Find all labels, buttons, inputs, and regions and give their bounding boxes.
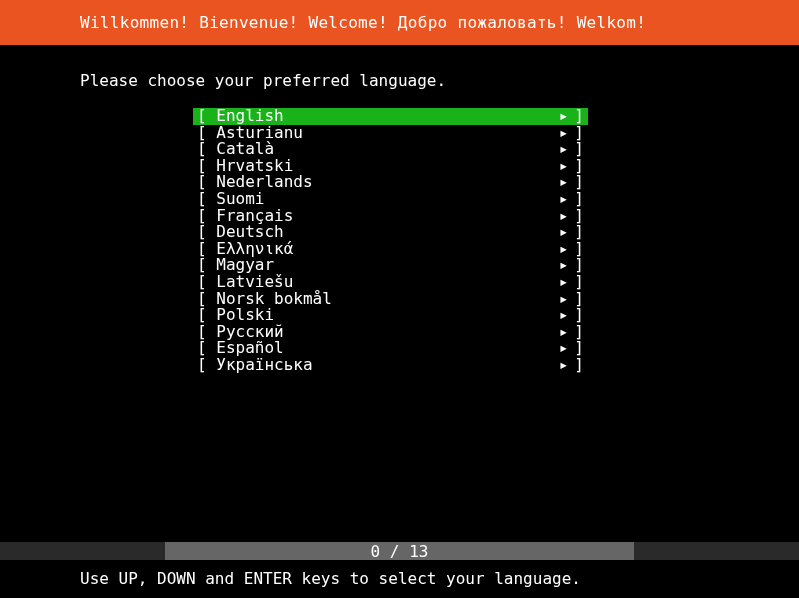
welcome-text: Willkommen! Bienvenue! Welcome! Добро по… (80, 13, 646, 32)
language-option[interactable]: [ Українська▸] (193, 357, 588, 374)
language-list: [ English▸][ Asturianu▸][ Català▸][ Hrva… (193, 108, 588, 374)
footer-hint: Use UP, DOWN and ENTER keys to select yo… (0, 569, 799, 588)
progress-bar: 0 / 13 (0, 542, 799, 560)
bracket-right: ] (574, 357, 584, 374)
chevron-right-icon: ▸ (559, 357, 569, 374)
header-bar: Willkommen! Bienvenue! Welcome! Добро по… (0, 0, 799, 45)
progress-text: 0 / 13 (371, 542, 429, 561)
bracket-left: [ (197, 357, 216, 374)
language-label: Українська (216, 357, 312, 374)
prompt-text: Please choose your preferred language. (0, 45, 799, 108)
